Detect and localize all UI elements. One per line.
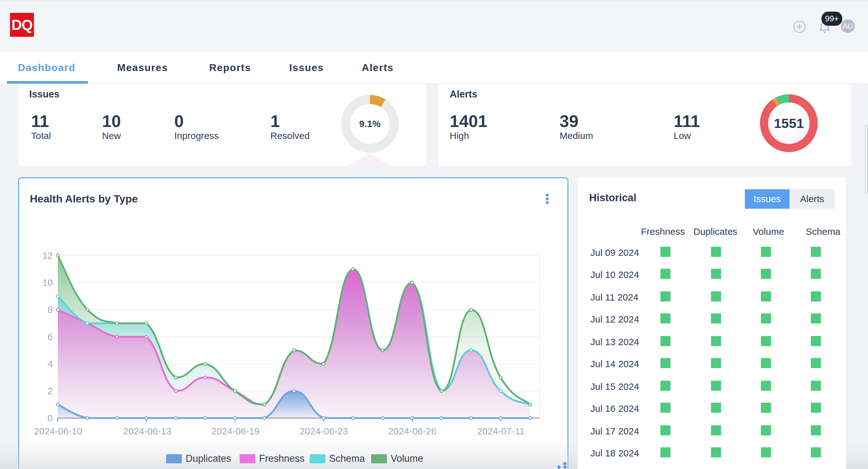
svg-text:10: 10 [42, 277, 53, 288]
svg-text:2024-06-10: 2024-06-10 [34, 426, 82, 436]
svg-text:2: 2 [48, 386, 53, 396]
svg-text:4: 4 [48, 359, 53, 369]
svg-text:8: 8 [48, 304, 53, 315]
svg-text:2024-07-11: 2024-07-11 [477, 426, 524, 436]
svg-text:0: 0 [48, 413, 53, 423]
svg-text:12: 12 [42, 250, 53, 261]
svg-text:2024-06-13: 2024-06-13 [123, 426, 171, 436]
svg-text:2024-06-19: 2024-06-19 [211, 426, 259, 436]
svg-text:6: 6 [48, 332, 53, 342]
svg-text:2024-06-26: 2024-06-26 [388, 426, 436, 436]
svg-text:2024-06-23: 2024-06-23 [300, 426, 348, 436]
